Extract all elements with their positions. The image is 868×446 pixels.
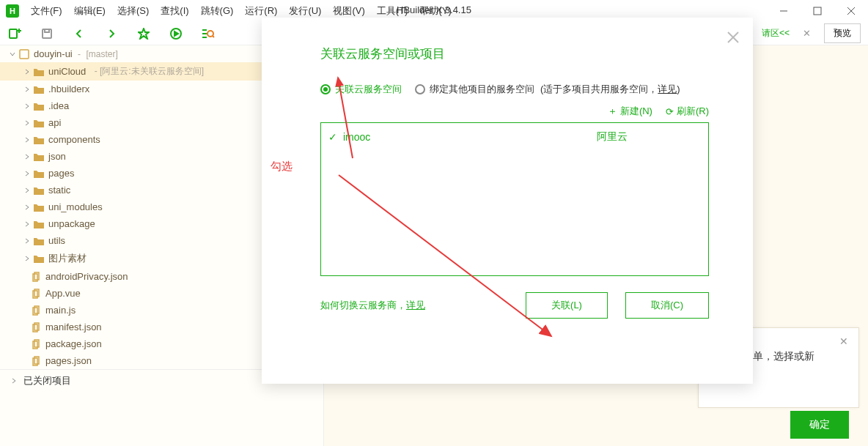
details-link[interactable]: 详见 [658, 83, 677, 94]
link-button[interactable]: 关联(L) [526, 292, 608, 319]
new-button[interactable]: ＋新建(N) [608, 105, 652, 118]
new-file-icon[interactable] [7, 26, 22, 41]
chevron-right-icon[interactable] [22, 119, 32, 127]
dialog-close-icon[interactable] [727, 31, 740, 46]
chevron-right-icon[interactable] [22, 187, 32, 194]
chevron-right-icon[interactable] [22, 153, 32, 160]
plus-icon: ＋ [608, 105, 617, 118]
node-label: .idea [48, 100, 69, 111]
node-label: pages.json [45, 355, 92, 366]
svg-point-15 [207, 31, 213, 37]
radio-checked-icon [320, 84, 331, 94]
folder-icon [34, 85, 44, 94]
closed-projects-label: 已关闭项目 [23, 374, 71, 387]
node-label: pages [48, 168, 74, 179]
project-icon [19, 49, 29, 59]
svg-line-16 [213, 36, 214, 37]
refresh-button[interactable]: ⟳刷新(R) [666, 105, 709, 118]
chevron-right-icon[interactable] [22, 204, 32, 211]
save-icon[interactable] [40, 26, 54, 41]
switch-provider-link[interactable]: 如何切换云服务商，详见 [320, 299, 425, 312]
node-label: json [48, 151, 66, 162]
list-actions: ＋新建(N) ⟳刷新(R) [284, 105, 709, 118]
app-logo-icon: H [6, 4, 19, 18]
svg-rect-4 [10, 29, 17, 38]
hint-text: 菜单，选择或新 [743, 350, 814, 363]
radio-label: 绑定其他项目的服务空间 [430, 83, 534, 96]
file-icon [32, 339, 41, 349]
file-icon [32, 322, 41, 332]
chevron-right-icon[interactable] [22, 220, 32, 228]
node-label: .hbuilderx [48, 83, 89, 94]
project-name: douyin-ui [34, 48, 73, 59]
chevron-down-icon[interactable] [7, 51, 18, 58]
chevron-right-icon[interactable] [22, 170, 32, 177]
folder-icon [34, 254, 44, 263]
menu-bar: 文件(F) 编辑(E) 选择(S) 查找(I) 跳转(G) 运行(R) 发行(U… [26, 3, 456, 19]
chevron-right-icon[interactable] [22, 255, 32, 262]
svg-rect-17 [20, 50, 29, 59]
svg-rect-7 [43, 29, 51, 38]
back-icon[interactable] [72, 26, 87, 41]
preview-button[interactable]: 预览 [824, 23, 861, 43]
svg-marker-11 [174, 31, 178, 36]
menu-release[interactable]: 发行(U) [284, 3, 326, 19]
chevron-right-icon[interactable] [22, 68, 32, 75]
cloud-space-dialog: 关联云服务空间或项目 关联云服务空间 绑定其他项目的服务空间 (适于多项目共用服… [262, 18, 753, 384]
chevron-right-icon[interactable] [22, 136, 32, 144]
chevron-right-icon[interactable] [22, 237, 32, 245]
folder-icon [34, 237, 44, 245]
menu-view[interactable]: 视图(V) [328, 3, 369, 19]
dialog-title: 关联云服务空间或项目 [320, 45, 731, 62]
forward-icon[interactable] [104, 26, 119, 41]
node-label: unpackage [48, 218, 95, 229]
folder-icon [34, 169, 44, 178]
radio-bind-other[interactable]: 绑定其他项目的服务空间 [415, 83, 534, 96]
item-provider: 阿里云 [597, 130, 664, 144]
close-window-button[interactable] [834, 0, 868, 22]
folder-icon [34, 186, 44, 195]
item-name: imooc [343, 131, 370, 143]
menu-file[interactable]: 文件(F) [26, 3, 67, 19]
chevron-right-icon[interactable] [9, 377, 19, 384]
file-icon [32, 356, 41, 366]
cloud-space-list[interactable]: ✓ imooc 阿里云 [320, 122, 709, 276]
node-label: components [48, 134, 100, 145]
search-icon[interactable] [201, 26, 216, 41]
menu-select[interactable]: 选择(S) [113, 3, 153, 19]
project-branch-name: [master] [86, 49, 117, 59]
file-icon [32, 289, 41, 299]
menu-goto[interactable]: 跳转(G) [196, 3, 238, 19]
unicloud-status: - [阿里云:未关联云服务空间] [95, 65, 204, 78]
menu-run[interactable]: 运行(R) [240, 3, 282, 19]
chevron-right-icon[interactable] [22, 103, 32, 110]
menu-edit[interactable]: 编辑(E) [70, 3, 110, 19]
file-icon [32, 305, 41, 316]
node-label: androidPrivacy.json [45, 271, 128, 282]
menu-find[interactable]: 查找(I) [156, 3, 193, 19]
input-area-label[interactable]: 请区<< [762, 27, 790, 40]
play-icon[interactable] [169, 26, 183, 41]
list-item[interactable]: ✓ imooc 阿里云 [321, 123, 708, 151]
node-label: api [48, 117, 61, 128]
node-label: 图片素材 [48, 252, 87, 265]
refresh-icon: ⟳ [666, 106, 674, 117]
confirm-button[interactable]: 确定 [790, 411, 849, 439]
folder-icon [34, 220, 44, 228]
radio-group: 关联云服务空间 绑定其他项目的服务空间 (适于多项目共用服务空间，详见) [320, 83, 731, 96]
maximize-button[interactable] [801, 0, 834, 22]
project-branch: - [76, 49, 84, 59]
hint-close-icon[interactable]: ✕ [839, 335, 848, 347]
dialog-footer: 如何切换云服务商，详见 关联(L) 取消(C) [320, 292, 709, 319]
node-label: utils [48, 235, 65, 246]
close-input-area-icon[interactable]: ✕ [797, 28, 817, 39]
window-controls [767, 0, 868, 22]
radio-link-space[interactable]: 关联云服务空间 [320, 83, 402, 96]
cancel-button[interactable]: 取消(C) [625, 292, 709, 319]
star-icon[interactable] [136, 26, 151, 41]
file-icon [32, 272, 41, 282]
node-label: App.vue [45, 288, 81, 299]
minimize-button[interactable] [767, 0, 801, 22]
node-label: static [48, 185, 70, 196]
chevron-right-icon[interactable] [22, 86, 32, 93]
